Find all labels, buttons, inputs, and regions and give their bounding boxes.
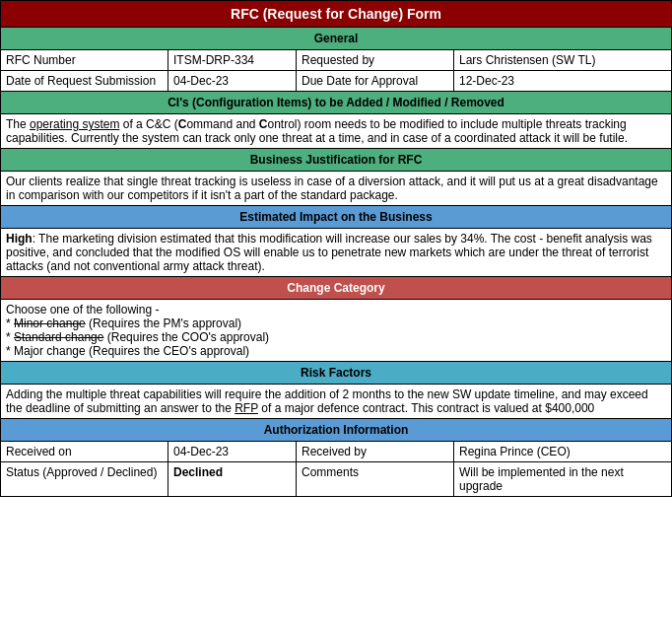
received-on-label: Received on xyxy=(1,442,168,462)
biz-justification-header: Business Justification for RFC xyxy=(1,149,672,172)
ci-bold-c: C xyxy=(178,117,187,131)
change-line4: * Major change (Requires the CEO's appro… xyxy=(6,344,666,358)
risk-post: of a major defence contract. This contra… xyxy=(258,401,594,415)
requested-by-label: Requested by xyxy=(297,50,454,71)
requested-by-value: Lars Christensen (SW TL) xyxy=(454,50,672,71)
change-line3-strike: Standard change xyxy=(14,330,103,344)
status-value-text: Declined xyxy=(173,465,223,479)
ci-bold-c2: C xyxy=(259,117,268,131)
change-category-header: Change Category xyxy=(1,277,672,300)
estimated-impact-content-row: High: The marketing division estimated t… xyxy=(1,229,672,277)
change-line3: * Standard change (Requires the COO's ap… xyxy=(6,330,666,344)
comments-value: Will be implemented in the next upgrade xyxy=(454,462,672,497)
change-category-content-row: Choose one of the following - * Minor ch… xyxy=(1,300,672,362)
biz-justification-header-row: Business Justification for RFC xyxy=(1,149,672,172)
general-header: General xyxy=(1,28,672,50)
general-header-row: General xyxy=(1,28,672,50)
received-on-value: 04-Dec-23 xyxy=(168,442,297,462)
date-submission-value: 04-Dec-23 xyxy=(168,71,297,92)
status-label: Status (Approved / Declined) xyxy=(1,462,168,497)
estimated-impact-content: High: The marketing division estimated t… xyxy=(1,229,672,277)
risk-factors-header: Risk Factors xyxy=(1,362,672,385)
ci-header: CI's (Configuration Items) to be Added /… xyxy=(1,92,672,114)
change-category-content: Choose one of the following - * Minor ch… xyxy=(1,300,672,362)
comments-label: Comments xyxy=(297,462,454,497)
title-row: RFC (Request for Change) Form xyxy=(1,1,672,28)
status-value: Declined xyxy=(168,462,297,497)
authorization-header-row: Authorization Information xyxy=(1,419,672,442)
risk-factors-content-row: Adding the multiple threat capabilities … xyxy=(1,385,672,419)
estimated-impact-rest: : The marketing division estimated that … xyxy=(6,232,652,273)
change-line3-prefix: * xyxy=(6,330,14,344)
biz-justification-content: Our clients realize that single threat t… xyxy=(1,172,672,206)
authorization-header: Authorization Information xyxy=(1,419,672,442)
ci-content-row: The operating system of a C&C (Command a… xyxy=(1,114,672,149)
rfc-number-value: ITSM-DRP-334 xyxy=(168,50,297,71)
change-line1: Choose one of the following - xyxy=(6,303,666,316)
estimated-impact-bold: High xyxy=(6,232,33,246)
form-title: RFC (Request for Change) Form xyxy=(1,1,672,28)
general-row-2: Date of Request Submission 04-Dec-23 Due… xyxy=(1,71,672,92)
change-line2-prefix: * xyxy=(6,316,14,330)
received-by-value: Regina Prince (CEO) xyxy=(454,442,672,462)
change-line2-strike: Minor change xyxy=(14,316,86,330)
ci-header-row: CI's (Configuration Items) to be Added /… xyxy=(1,92,672,114)
estimated-impact-header: Estimated Impact on the Business xyxy=(1,206,672,229)
change-line2-suffix: (Requires the PM's approval) xyxy=(86,316,241,330)
estimated-impact-header-row: Estimated Impact on the Business xyxy=(1,206,672,229)
change-line3-suffix: (Requires the COO's approval) xyxy=(103,330,269,344)
risk-rfp: RFP xyxy=(235,401,258,415)
biz-justification-content-row: Our clients realize that single threat t… xyxy=(1,172,672,206)
general-row-1: RFC Number ITSM-DRP-334 Requested by Lar… xyxy=(1,50,672,71)
due-date-label: Due Date for Approval xyxy=(297,71,454,92)
change-line2: * Minor change (Requires the PM's approv… xyxy=(6,316,666,330)
rfc-form: RFC (Request for Change) Form General RF… xyxy=(0,0,672,497)
authorization-row-2: Status (Approved / Declined) Declined Co… xyxy=(1,462,672,497)
date-submission-label: Date of Request Submission xyxy=(1,71,168,92)
risk-factors-header-row: Risk Factors xyxy=(1,362,672,385)
ci-underline-text: operating system xyxy=(30,117,119,131)
risk-factors-content: Adding the multiple threat capabilities … xyxy=(1,385,672,419)
rfc-number-label: RFC Number xyxy=(1,50,168,71)
ci-content: The operating system of a C&C (Command a… xyxy=(1,114,672,149)
authorization-row-1: Received on 04-Dec-23 Received by Regina… xyxy=(1,442,672,462)
change-category-header-row: Change Category xyxy=(1,277,672,300)
received-by-label: Received by xyxy=(297,442,454,462)
due-date-value: 12-Dec-23 xyxy=(454,71,672,92)
